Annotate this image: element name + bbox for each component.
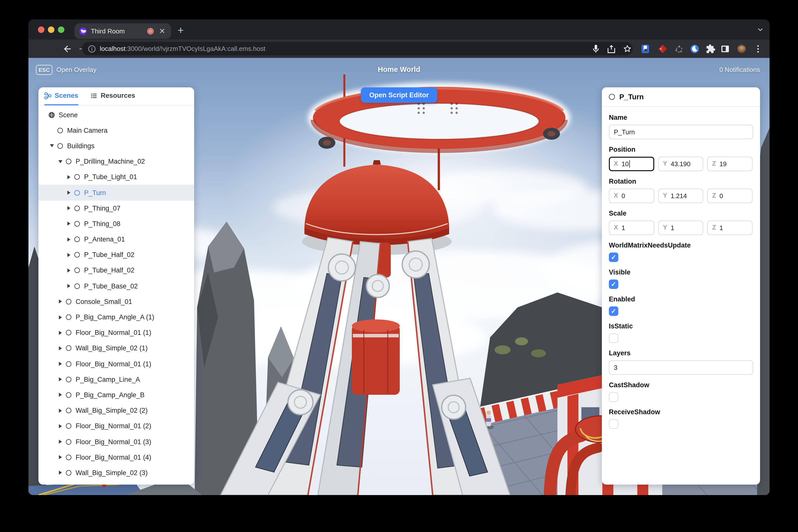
collapse-arrow-icon[interactable]	[57, 160, 64, 163]
expand-arrow-icon[interactable]	[57, 362, 64, 366]
tree-item-floor-big-normal-01-1[interactable]: Floor_Big_Normal_01 (1)	[38, 325, 194, 340]
tree-item-scene[interactable]: Scene	[38, 107, 194, 122]
tree-item-label: P_Drilling_Machine_02	[76, 158, 145, 165]
position-y-input[interactable]: Y43.190	[658, 156, 703, 171]
bookmark-star-icon[interactable]	[622, 44, 632, 54]
receiveShadow-checkbox[interactable]	[609, 419, 618, 429]
red-diamond-extension-icon[interactable]	[658, 44, 668, 54]
tab-resources[interactable]: Resources	[90, 87, 135, 105]
expand-arrow-icon[interactable]	[65, 268, 72, 272]
castShadow-checkbox[interactable]	[609, 392, 618, 401]
tree-item-wall-big-simple-02-1[interactable]: Wall_Big_Simple_02 (1)	[38, 341, 194, 356]
browser-tab[interactable]: Third Room	[74, 23, 171, 39]
recycle-extension-icon[interactable]	[674, 44, 684, 54]
password-manager-extension-icon[interactable]	[640, 44, 650, 54]
new-tab-plus-icon[interactable]: +	[175, 25, 187, 37]
collapse-arrow-icon[interactable]	[49, 145, 55, 148]
node-circle-icon	[57, 128, 64, 133]
isStatic-label: IsStatic	[609, 322, 753, 330]
scale-z-value: 1	[719, 224, 723, 231]
tree-item-label: P_Tube_Light_01	[84, 173, 137, 181]
ring-light-object[interactable]	[313, 87, 566, 151]
tree-item-p-tube-base-02[interactable]: P_Tube_Base_02	[38, 278, 194, 294]
expand-arrow-icon[interactable]	[57, 300, 64, 304]
tree-item-wall-big-simple-02-3[interactable]: Wall_Big_Simple_02 (3)	[38, 465, 194, 480]
tree-item-floor-big-normal-01-4[interactable]: Floor_Big_Normal_01 (4)	[38, 450, 194, 465]
expand-arrow-icon[interactable]	[57, 346, 64, 350]
expand-arrow-icon[interactable]	[57, 315, 64, 319]
tree-item-p-turn[interactable]: P_Turn	[38, 185, 194, 201]
macos-zoom-button[interactable]	[58, 26, 64, 33]
expand-arrow-icon[interactable]	[65, 237, 72, 241]
node-circle-icon	[74, 236, 81, 242]
expand-arrow-icon[interactable]	[65, 222, 72, 226]
tree-item-label: Floor_Big_Normal_01 (4)	[76, 453, 151, 461]
scale-x-input[interactable]: X1	[609, 220, 654, 235]
tree-item-label: P_Antena_01	[84, 235, 125, 243]
info-icon[interactable]	[88, 45, 96, 53]
rotation-x-input[interactable]: X0	[609, 188, 654, 203]
tree-item-floor-big-normal-01-1[interactable]: Floor_Big_Normal_01 (1)	[38, 356, 194, 372]
expand-arrow-icon[interactable]	[65, 284, 72, 288]
tree-item-p-tube-half-02[interactable]: P_Tube_Half_02	[38, 247, 194, 263]
tab-search-chevron-icon[interactable]	[757, 26, 764, 33]
close-icon[interactable]	[158, 27, 166, 35]
isStatic-checkbox[interactable]	[609, 333, 618, 343]
notifications-label[interactable]: 0 Notifications	[719, 66, 760, 73]
rotation-y-input[interactable]: Y1.214	[658, 188, 703, 203]
tree-item-console-small-01[interactable]: Console_Small_01	[38, 294, 194, 309]
share-icon[interactable]	[606, 44, 616, 54]
tree-item-floor-big-normal-01-2[interactable]: Floor_Big_Normal_01 (2)	[38, 418, 194, 434]
position-z-input[interactable]: Z19	[707, 156, 752, 171]
microphone-icon[interactable]	[591, 44, 601, 54]
tree-item-wall-big-simple-02-2[interactable]: Wall_Big_Simple_02 (2)	[38, 403, 194, 418]
tree-item-label: Wall_Big_Simple_02 (3)	[76, 469, 148, 477]
scale-z-input[interactable]: Z1	[707, 220, 752, 235]
expand-arrow-icon[interactable]	[57, 471, 64, 475]
tree-item-p-tube-light-01[interactable]: P_Tube_Light_01	[38, 169, 194, 185]
tree-item-buildings[interactable]: Buildings	[38, 138, 194, 154]
expand-arrow-icon[interactable]	[57, 408, 64, 413]
tree-item-p-big-camp-angle-b[interactable]: P_Big_Camp_Angle_B	[38, 387, 194, 403]
url-bar[interactable]: localhost:3000/world/!vjrzmTVOcyIsLgaAkA…	[82, 42, 633, 55]
open-script-editor-button[interactable]: Open Script Editor	[361, 87, 437, 103]
expand-arrow-icon[interactable]	[57, 393, 64, 397]
menu-kebab-icon[interactable]	[753, 44, 763, 54]
expand-arrow-icon[interactable]	[65, 191, 72, 195]
scale-y-input[interactable]: Y1	[658, 220, 703, 235]
expand-arrow-icon[interactable]	[57, 378, 64, 382]
dark-mode-extension-icon[interactable]	[690, 44, 700, 54]
profile-avatar[interactable]	[737, 44, 746, 54]
expand-arrow-icon[interactable]	[65, 253, 72, 257]
tree-item-p-big-camp-line-a[interactable]: P_Big_Camp_Line_A	[38, 372, 194, 387]
tab-scenes[interactable]: Scenes	[44, 87, 78, 105]
tree-item-p-drilling-machine-02[interactable]: P_Drilling_Machine_02	[38, 154, 194, 169]
expand-arrow-icon[interactable]	[65, 175, 72, 179]
tree-item-floor-big-normal-01-3[interactable]: Floor_Big_Normal_01 (3)	[38, 434, 194, 450]
expand-arrow-icon[interactable]	[57, 424, 64, 428]
macos-minimize-button[interactable]	[48, 26, 54, 33]
layers-input[interactable]: 3	[609, 360, 753, 375]
side-panel-icon[interactable]	[720, 44, 730, 54]
expand-arrow-icon[interactable]	[57, 330, 64, 335]
tree-item-p-thing-08[interactable]: P_Thing_08	[38, 216, 194, 232]
expand-arrow-icon[interactable]	[57, 440, 64, 444]
tree-item-p-antena-01[interactable]: P_Antena_01	[38, 232, 194, 247]
position-x-input[interactable]: X10	[609, 156, 654, 171]
macos-close-button[interactable]	[38, 26, 44, 33]
worldMatrixNeedsUpdate-checkbox[interactable]: ✓	[609, 252, 618, 262]
enabled-checkbox[interactable]: ✓	[609, 306, 618, 316]
visible-checkbox[interactable]: ✓	[609, 279, 618, 289]
tree-item-p-big-camp-angle-a-1[interactable]: P_Big_Camp_Angle_A (1)	[38, 309, 194, 325]
tree-item-p-thing-07[interactable]: P_Thing_07	[38, 201, 194, 216]
tree-item-p-tube-half-02[interactable]: P_Tube_Half_02	[38, 263, 194, 278]
rotation-z-input[interactable]: Z0	[707, 188, 752, 203]
back-icon[interactable]	[62, 44, 72, 54]
rotation-z-value: 0	[719, 192, 723, 200]
extensions-puzzle-icon[interactable]	[706, 44, 716, 54]
expand-arrow-icon[interactable]	[57, 455, 64, 459]
tree-item-label: Buildings	[67, 142, 95, 150]
tree-item-main-camera[interactable]: Main Camera	[38, 122, 194, 138]
expand-arrow-icon[interactable]	[65, 206, 72, 210]
name-input[interactable]: P_Turn	[609, 125, 753, 139]
